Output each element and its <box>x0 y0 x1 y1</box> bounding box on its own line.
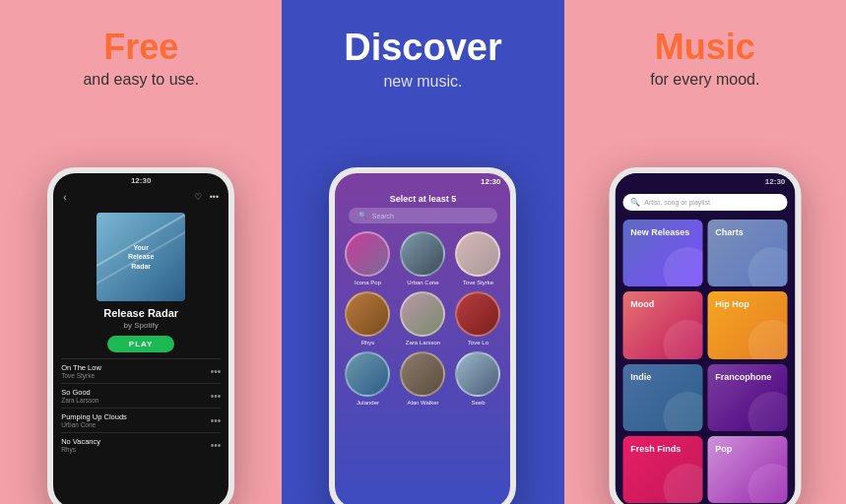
status-time-left: 12:30 <box>131 176 151 185</box>
genre-label: New Releases <box>630 227 689 238</box>
genre-label: Francophone <box>715 372 771 383</box>
track-more-icon[interactable]: ••• <box>211 440 222 451</box>
artist-avatar <box>400 351 445 397</box>
track-item: So GoodZara Larsson ••• <box>61 383 221 408</box>
left-subtitle: and easy to use. <box>83 71 198 89</box>
back-icon[interactable]: ‹ <box>63 192 66 203</box>
artist-item[interactable]: Seeb <box>453 351 502 406</box>
track-item: On The LowTove Styrke ••• <box>61 358 221 383</box>
genre-tile-indie[interactable]: Indie <box>622 364 702 431</box>
genre-label: Pop <box>715 444 732 455</box>
track-name: No Vacancy <box>61 437 210 446</box>
artist-avatar <box>455 231 500 277</box>
genre-label: Indie <box>630 372 651 383</box>
play-button[interactable]: PLAY <box>107 336 175 352</box>
genre-grid: New Releases Charts Mood Hip Hop Indie F… <box>615 215 795 504</box>
track-more-icon[interactable]: ••• <box>211 391 222 402</box>
track-artist: Urban Cone <box>61 421 210 428</box>
track-artist: Tove Styrke <box>61 372 210 379</box>
artist-item[interactable]: Alan Walker <box>398 351 447 406</box>
right-title: Music <box>655 28 755 67</box>
artist-item[interactable]: Icona Pop <box>343 231 392 285</box>
artist-avatar <box>455 291 500 337</box>
track-more-icon[interactable]: ••• <box>211 415 222 426</box>
track-artist: Rhys <box>61 446 210 453</box>
artist-grid: Icona Pop Urban Cone Tove Styrke Rhys Za… <box>335 231 510 406</box>
artist-item[interactable]: Urban Cone <box>398 231 447 285</box>
discover-prompt: Select at least 5 <box>390 194 457 204</box>
track-name: So Good <box>61 388 210 397</box>
genre-tile-francophone[interactable]: Francophone <box>707 364 787 431</box>
search-icon: 🔍 <box>358 212 367 220</box>
genre-tile-hiphop[interactable]: Hip Hop <box>707 291 787 358</box>
phone-nav: ‹ ♡ ••• <box>53 188 228 207</box>
right-subtitle: for every mood. <box>650 71 759 89</box>
artist-name: Icona Pop <box>355 280 381 285</box>
artist-item[interactable]: Tove Lo <box>453 291 502 346</box>
genre-label: Charts <box>715 227 744 238</box>
artist-avatar <box>345 231 390 277</box>
phone-left: 12:30 ‹ ♡ ••• YourReleaseRadar Release R… <box>47 167 234 504</box>
heart-icon[interactable]: ♡ <box>194 192 202 203</box>
search-bar-right[interactable]: 🔍 Artist, song or playlist <box>622 194 787 211</box>
track-item: Pumping Up CloudsUrban Cone ••• <box>61 408 221 432</box>
phone-middle: 12:30 Select at least 5 🔍 Search Icona P… <box>329 167 516 504</box>
genre-tile-mood[interactable]: Mood <box>622 291 702 358</box>
album-subtitle: by Spotify <box>124 321 159 330</box>
middle-title: Discover <box>344 28 502 69</box>
search-bar-middle[interactable]: 🔍 Search <box>349 208 497 223</box>
artist-avatar <box>345 351 390 397</box>
track-list: On The LowTove Styrke ••• So GoodZara La… <box>53 358 228 457</box>
artist-item[interactable]: Zara Larsson <box>398 291 447 346</box>
phone-right: 12:30 🔍 Artist, song or playlist New Rel… <box>609 167 801 504</box>
artist-name: Tove Lo <box>468 340 488 346</box>
album-title: Release Radar <box>103 307 178 319</box>
track-more-icon[interactable]: ••• <box>211 366 222 377</box>
track-item: No VacancyRhys ••• <box>61 432 221 457</box>
status-time-middle: 12:30 <box>481 177 500 186</box>
middle-subtitle: new music. <box>383 73 462 91</box>
artist-item[interactable]: Julander <box>343 351 392 406</box>
track-name: On The Low <box>61 363 210 372</box>
genre-label: Mood <box>630 299 654 310</box>
genre-tile-charts[interactable]: Charts <box>707 220 787 286</box>
genre-tile-new-releases[interactable]: New Releases <box>622 220 702 286</box>
artist-avatar <box>345 291 390 337</box>
panel-right: Music for every mood. 12:30 🔍 Artist, so… <box>564 0 846 504</box>
artist-item[interactable]: Rhys <box>343 291 392 346</box>
artist-name: Rhys <box>361 340 375 346</box>
track-name: Pumping Up Clouds <box>61 412 210 421</box>
status-time-right: 12:30 <box>765 177 785 186</box>
artist-name: Julander <box>357 400 379 406</box>
artist-avatar <box>400 231 445 277</box>
album-art-label: YourReleaseRadar <box>128 243 154 270</box>
artist-name: Urban Cone <box>407 280 438 285</box>
artist-item[interactable]: Tove Styrke <box>453 231 502 285</box>
genre-label: Hip Hop <box>715 299 749 310</box>
artist-name: Tove Styrke <box>463 280 493 285</box>
panel-middle: Discover new music. 12:30 Select at leas… <box>282 0 563 504</box>
album-art: YourReleaseRadar <box>97 213 185 301</box>
genre-tile-fresh-finds[interactable]: Fresh Finds <box>622 436 702 503</box>
left-title: Free <box>103 28 178 67</box>
genre-tile-pop[interactable]: Pop <box>707 436 787 503</box>
track-artist: Zara Larsson <box>61 397 210 404</box>
panel-left: Free and easy to use. 12:30 ‹ ♡ ••• Your… <box>0 0 282 504</box>
search-icon: 🔍 <box>630 198 640 207</box>
artist-name: Zara Larsson <box>406 340 440 346</box>
artist-name: Alan Walker <box>407 400 438 406</box>
artist-avatar <box>455 351 500 397</box>
search-label: Search <box>372 213 394 220</box>
genre-label: Fresh Finds <box>630 444 681 455</box>
artist-name: Seeb <box>471 400 485 406</box>
more-icon[interactable]: ••• <box>210 192 219 203</box>
artist-avatar <box>400 291 445 337</box>
search-placeholder: Artist, song or playlist <box>644 199 710 206</box>
